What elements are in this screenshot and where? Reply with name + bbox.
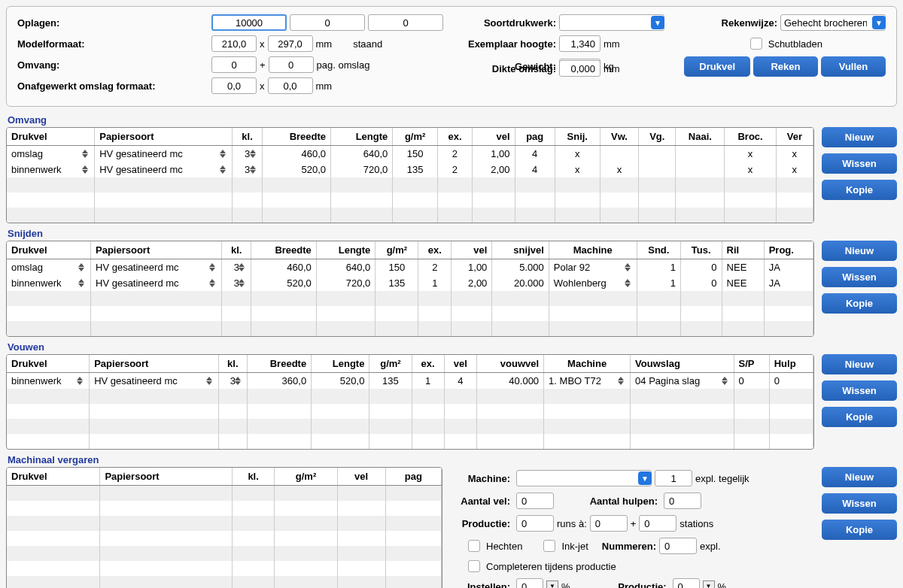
mv-runs-input[interactable] (590, 515, 628, 532)
cell-select[interactable]: binnenwerk (11, 375, 84, 386)
table-cell[interactable]: Polar 92 (549, 259, 637, 276)
omvang-section: DrukvelPapiersoortkl.BreedteLengteg/m²ex… (6, 127, 897, 223)
table-row[interactable]: binnenwerkHV gesatineerd mc3520,0720,013… (7, 162, 813, 177)
table-cell[interactable]: HV gesatineerd mc (95, 146, 233, 162)
table-cell[interactable]: Wohlenberg (549, 275, 637, 291)
vouwen-wissen-button[interactable]: Wissen (822, 380, 897, 401)
table-row[interactable]: binnenwerkHV gesatineerd mc3360,0520,013… (7, 373, 813, 389)
table-cell (100, 576, 232, 589)
table-cell (222, 306, 251, 321)
table-cell (263, 177, 331, 192)
cell-select[interactable]: Wohlenberg (554, 277, 632, 289)
schutbladen-checkbox[interactable] (750, 38, 762, 50)
oplagen-3-input[interactable] (368, 14, 443, 31)
table-cell[interactable]: HV gesatineerd mc (91, 275, 222, 291)
snijden-kopie-button[interactable]: Kopie (822, 293, 897, 314)
col-header: snijvel (492, 241, 549, 259)
mv-machine-select[interactable] (516, 470, 652, 486)
rekenwijze-select[interactable]: Gehecht brocheren (780, 14, 886, 31)
cell-select[interactable]: 3 (223, 375, 242, 386)
cell-select[interactable]: 1. MBO T72 (549, 375, 625, 386)
mv-aantal-hulpen-input[interactable] (664, 493, 701, 509)
table-cell[interactable]: omslag (7, 259, 91, 276)
dikte-input[interactable] (559, 60, 600, 77)
cell-select[interactable]: Polar 92 (554, 262, 632, 273)
table-row[interactable]: binnenwerkHV gesatineerd mc3520,0720,013… (7, 275, 813, 291)
modelformaat-height-input[interactable] (268, 35, 313, 52)
soortdrukwerk-select[interactable] (559, 14, 664, 31)
table-cell[interactable]: binnenwerk (7, 162, 95, 177)
cell-select[interactable]: HV gesatineerd mc (96, 277, 217, 289)
mv-expl-tegelijk-input[interactable] (655, 470, 692, 486)
cell-select[interactable]: 3 (227, 262, 246, 273)
table-cell[interactable]: binnenwerk (7, 373, 90, 389)
mv-instellen-input[interactable] (516, 578, 543, 588)
omvang-nieuw-button[interactable]: Nieuw (822, 127, 897, 147)
table-cell (312, 404, 369, 419)
table-cell (263, 192, 331, 208)
omvang-1-input[interactable] (211, 56, 257, 73)
table-cell[interactable]: HV gesatineerd mc (91, 259, 222, 276)
reken-button[interactable]: Reken (753, 56, 818, 77)
mv-nieuw-button[interactable]: Nieuw (822, 467, 897, 487)
modelformaat-width-input[interactable] (211, 35, 257, 52)
table-cell[interactable]: 3 (222, 275, 251, 291)
cell-select[interactable]: omslag (11, 148, 90, 159)
mv-aantal-hulpen-label: Aantal hulpen: (582, 496, 658, 507)
mv-instellen-stepper[interactable] (546, 580, 558, 588)
cell-select[interactable]: omslag (11, 262, 86, 273)
omvang-wissen-button[interactable]: Wissen (822, 153, 897, 174)
col-header: Snd. (637, 241, 680, 259)
mv-completeren-checkbox[interactable] (468, 560, 480, 572)
omvang-2-input[interactable] (269, 56, 314, 73)
cell-select[interactable]: 04 Pagina slag (635, 375, 728, 386)
cell-select[interactable]: HV gesatineerd mc (99, 148, 227, 159)
table-cell[interactable]: 3 (222, 259, 251, 276)
snijden-nieuw-button[interactable]: Nieuw (822, 241, 897, 261)
cell-select[interactable]: 3 (227, 277, 246, 289)
exemplaar-input[interactable] (559, 35, 600, 52)
mv-productie2-stepper[interactable] (703, 580, 715, 588)
omvang-kopie-button[interactable]: Kopie (822, 180, 897, 200)
table-cell (95, 192, 233, 208)
table-cell[interactable]: binnenwerk (7, 275, 91, 291)
mv-productie2-input[interactable] (673, 578, 700, 588)
table-cell (639, 177, 676, 192)
table-cell[interactable]: HV gesatineerd mc (90, 373, 219, 389)
cell-select[interactable]: HV gesatineerd mc (96, 262, 217, 273)
table-cell[interactable]: 1. MBO T72 (544, 373, 631, 389)
mv-kopie-button[interactable]: Kopie (822, 520, 897, 540)
table-cell[interactable]: HV gesatineerd mc (95, 162, 233, 177)
vullen-button[interactable]: Vullen (821, 56, 886, 77)
oplagen-2-input[interactable] (290, 14, 365, 31)
mv-wissen-button[interactable]: Wissen (822, 493, 897, 514)
drukvel-button[interactable]: Drukvel (684, 56, 750, 77)
cell-select[interactable]: 3 (237, 164, 258, 175)
cell-select[interactable]: binnenwerk (11, 277, 86, 289)
cell-select[interactable]: 3 (237, 148, 258, 159)
oplagen-1-input[interactable] (211, 14, 287, 31)
table-cell (734, 434, 769, 449)
table-cell[interactable]: omslag (7, 146, 95, 162)
mv-aantal-vel-input[interactable] (516, 493, 554, 509)
table-cell[interactable]: 04 Pagina slag (631, 373, 734, 389)
vouwen-nieuw-button[interactable]: Nieuw (822, 354, 897, 374)
mv-inkjet-checkbox[interactable] (543, 540, 555, 552)
snijden-wissen-button[interactable]: Wissen (822, 267, 897, 287)
mv-hechten-checkbox[interactable] (468, 540, 480, 552)
onaf-width-input[interactable] (211, 77, 257, 94)
cell-select[interactable]: HV gesatineerd mc (99, 164, 227, 175)
cell-select[interactable]: HV gesatineerd mc (94, 375, 214, 386)
onaf-height-input[interactable] (268, 77, 313, 94)
table-row[interactable]: omslagHV gesatineerd mc3460,0640,015021,… (7, 259, 813, 276)
mv-nummeren-input[interactable] (659, 538, 697, 554)
table-cell[interactable]: 3 (232, 162, 263, 177)
table-row[interactable]: omslagHV gesatineerd mc3460,0640,015021,… (7, 146, 813, 162)
table-cell (418, 291, 451, 306)
table-cell[interactable]: 3 (218, 373, 247, 389)
vouwen-kopie-button[interactable]: Kopie (822, 407, 897, 427)
cell-select[interactable]: binnenwerk (11, 164, 90, 175)
mv-productie-input[interactable] (516, 515, 554, 532)
mv-stations-input[interactable] (639, 515, 676, 532)
table-cell[interactable]: 3 (232, 146, 263, 162)
